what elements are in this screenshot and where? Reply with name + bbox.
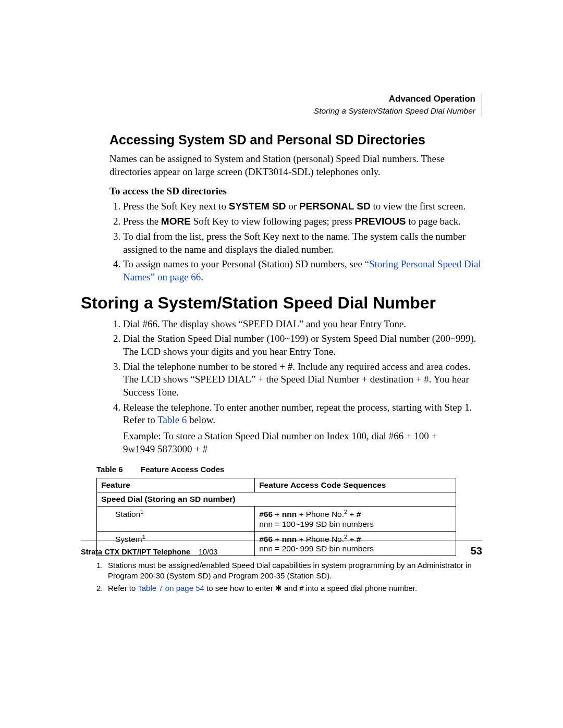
access-step-2: Press the MORE Soft Key to view followin…	[123, 215, 482, 228]
document-page: Advanced Operation Storing a System/Stat…	[0, 0, 563, 728]
access-step-4: To assign names to your Personal (Statio…	[123, 258, 482, 283]
page-footer: Strata CTX DKT/IPT Telephone 10/03 53	[81, 545, 482, 557]
running-header-title: Advanced Operation	[389, 94, 482, 104]
star-icon: ✱	[275, 584, 282, 593]
table-row-station-code: #66 + nnn + Phone No.2 + # nnn = 100~199…	[255, 507, 456, 531]
table-row-station: Station1	[97, 507, 255, 531]
access-steps-list: Press the Soft Key next to SYSTEM SD or …	[109, 200, 482, 283]
heading-storing-speed-dial: Storing a System/Station Speed Dial Numb…	[81, 293, 482, 313]
example-line: Example: To store a Station Speed Dial n…	[123, 430, 437, 454]
feature-access-table: Feature Feature Access Code Sequences Sp…	[96, 478, 456, 556]
footnote-1: 1. Stations must be assigned/enabled Spe…	[96, 560, 482, 582]
table-header-sequence: Feature Access Code Sequences	[255, 478, 456, 492]
intro-paragraph: Names can be assigned to System and Stat…	[109, 153, 482, 178]
access-step-1: Press the Soft Key next to SYSTEM SD or …	[123, 200, 482, 213]
footer-rule	[81, 540, 482, 540]
storing-step-3: Dial the telephone number to be stored +…	[123, 361, 482, 399]
subheading-to-access: To access the SD directories	[109, 186, 482, 197]
table-header-feature: Feature	[97, 478, 255, 492]
page-number: 53	[471, 545, 482, 557]
table-caption: Table 6Feature Access Codes	[96, 465, 482, 474]
footnote-2: 2. Refer to Table 7 on page 54 to see ho…	[96, 583, 482, 594]
access-step-3: To dial from the list, press the Soft Ke…	[123, 230, 482, 256]
running-header-subtitle: Storing a System/Station Speed Dial Numb…	[314, 105, 482, 117]
link-table-6[interactable]: Table 6	[157, 414, 187, 425]
table-group-row: Speed Dial (Storing an SD number)	[97, 492, 456, 507]
storing-step-2: Dial the Station Speed Dial number (100~…	[123, 332, 482, 358]
storing-step-1: Dial #66. The display shows “SPEED DIAL”…	[123, 318, 482, 331]
footer-product: Strata CTX DKT/IPT Telephone	[81, 548, 190, 556]
footer-date: 10/03	[199, 548, 217, 556]
storing-steps-list: Dial #66. The display shows “SPEED DIAL”…	[109, 318, 482, 456]
table-footnotes: 1. Stations must be assigned/enabled Spe…	[96, 560, 482, 594]
link-table-7[interactable]: Table 7 on page 54	[138, 584, 204, 593]
storing-step-4: Release the telephone. To enter another …	[123, 401, 482, 456]
heading-accessing-directories: Accessing System SD and Personal SD Dire…	[109, 132, 482, 147]
running-header: Advanced Operation Storing a System/Stat…	[81, 94, 482, 117]
